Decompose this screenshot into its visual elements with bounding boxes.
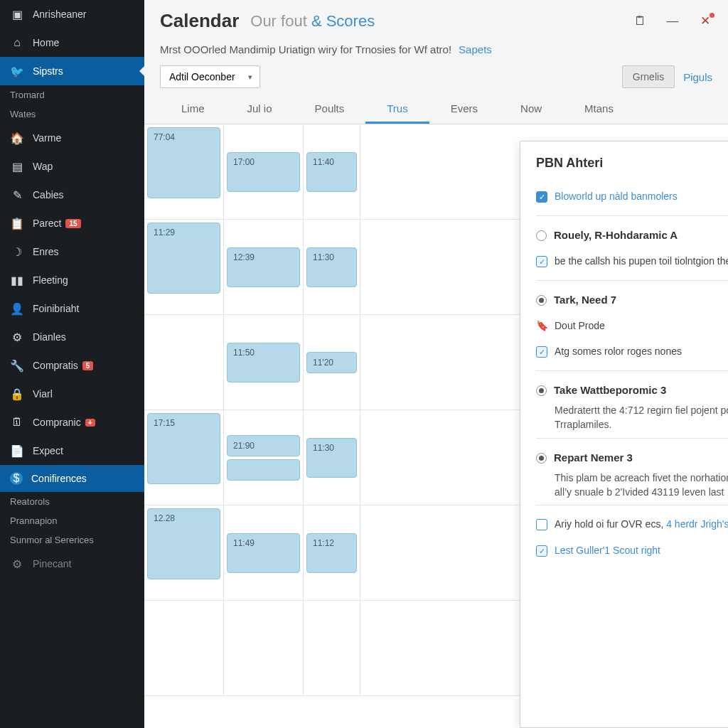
event[interactable]: 21:90 <box>227 435 300 456</box>
sidebar-item-expect[interactable]: 📄 Expect <box>0 437 144 465</box>
label: Compratis <box>33 360 78 371</box>
page-icon: 📄 <box>10 444 24 458</box>
piguls-link[interactable]: Piguls <box>683 71 712 83</box>
footer-check-2[interactable]: ✓ Lest Guller'1 Scout right <box>536 537 728 564</box>
section-2: Tark, Need 7 <box>536 287 728 313</box>
minimize-button[interactable]: — <box>665 14 680 28</box>
tabs: Lime Jul io Poults Trus Evers Now Mtans <box>144 95 728 124</box>
home-icon: ⌂ <box>10 36 24 50</box>
badge: 15 <box>65 219 80 228</box>
panel-link[interactable]: ✓ Bloworld up nàld banmolers <box>536 183 728 210</box>
section-3-body: Medratertt the 4:712 regirn fiel pojent … <box>536 403 728 432</box>
checkbox-icon[interactable]: ✓ <box>536 191 547 203</box>
section-2-item2: ✓ Atg somes rolor roges nones <box>536 338 728 365</box>
person-icon: 👤 <box>10 301 24 316</box>
sidebar-item-compratis[interactable]: 🔧 Compratis 5 <box>0 351 144 380</box>
label: Expect <box>33 445 63 456</box>
sidebar-item-fleeting[interactable]: ▮▮ Fleeting <box>0 266 144 294</box>
event[interactable]: 11:12 <box>306 533 357 573</box>
dollar-icon: $ <box>10 472 23 485</box>
checkbox-icon[interactable]: ✓ <box>536 346 547 358</box>
checkbox-icon[interactable]: ✓ <box>536 256 547 267</box>
sidebar-item-parect[interactable]: 📋 Parect 15 <box>0 209 144 237</box>
sidebar-item-varme[interactable]: 🏠 Varme <box>0 124 144 152</box>
sidebar-sub-tromard[interactable]: Tromard <box>0 85 144 105</box>
event[interactable]: 11:49 <box>227 533 300 573</box>
month-select[interactable]: Adtil Oeconber <box>160 65 260 88</box>
footer-link[interactable]: 4 herdr Jrigh's <box>666 518 728 530</box>
sidebar-item-conifirences[interactable]: $ Conifirences <box>0 465 144 492</box>
sidebar-item-viarl[interactable]: 🔒 Viarl <box>0 380 144 408</box>
checkbox-icon[interactable]: ✓ <box>536 545 547 557</box>
event[interactable]: 17:15 <box>147 413 220 484</box>
event[interactable]: 11:29 <box>147 223 220 294</box>
sidebar-sub-sunmor[interactable]: Sunmor al Sererices <box>0 530 144 550</box>
label: Fleeting <box>33 274 68 286</box>
event[interactable] <box>227 459 300 481</box>
page-title: Calendar <box>160 10 239 32</box>
sidebar-item-compranic[interactable]: 🗓 Compranic + <box>0 408 144 437</box>
event[interactable]: 11:40 <box>306 152 357 192</box>
sidebar-item-cabies[interactable]: ✎ Cabies <box>0 181 144 209</box>
radio-icon[interactable] <box>536 230 547 241</box>
event[interactable]: 17:00 <box>227 152 300 192</box>
label: Wap <box>33 161 53 172</box>
badge: 5 <box>82 361 94 370</box>
radio-icon[interactable] <box>536 453 547 464</box>
app-brand[interactable]: ▣ Anrisheaner <box>0 0 144 28</box>
sidebar-sub-reatorols[interactable]: Reatorols <box>0 492 144 511</box>
sidebar-item-sipstrs[interactable]: 🐦 Sipstrs <box>0 57 144 85</box>
close-button[interactable]: ✕ <box>698 14 712 28</box>
sidebar-item-home[interactable]: ⌂ Home <box>0 28 144 57</box>
radio-icon[interactable] <box>536 295 547 306</box>
gear-icon: ⚙ <box>10 330 24 344</box>
tab-poults[interactable]: Poults <box>294 95 366 124</box>
tab-lime[interactable]: Lime <box>160 95 226 124</box>
app-icon: ▣ <box>10 7 24 21</box>
checkbox-icon[interactable] <box>536 519 547 530</box>
section-1-body: ✓ be the callsh his pupen toil tiolntgio… <box>536 248 728 274</box>
event[interactable]: 12:39 <box>227 247 300 287</box>
subtitle-link[interactable]: Sapets <box>459 43 492 55</box>
label: Conifirences <box>31 473 87 484</box>
event[interactable]: 12.28 <box>147 508 220 579</box>
tab-now[interactable]: Now <box>499 95 563 124</box>
tab-julio[interactable]: Jul io <box>226 95 294 124</box>
sidebar-sub-prannapion[interactable]: Prannapion <box>0 511 144 530</box>
footer-check-1: Ariy hold oi fur OVR ecs, 4 herdr Jrigh'… <box>536 511 728 537</box>
label: Varme <box>33 132 61 144</box>
radio-icon[interactable] <box>536 385 547 396</box>
section-1: Rouely, R-Hohdaramic A <box>536 222 728 248</box>
sidebar-sub-wates[interactable]: Wates <box>0 105 144 124</box>
grnelis-button[interactable]: Grnelis <box>622 65 675 88</box>
event[interactable]: 11:30 <box>306 438 357 478</box>
subtitle: Mrst OOOrled Mandimip Uriatign wiry for … <box>160 43 451 55</box>
event[interactable]: 11:50 <box>227 343 300 382</box>
sidebar-item-wap[interactable]: ▤ Wap <box>0 152 144 181</box>
sidebar-item-enres[interactable]: ☽ Enres <box>0 237 144 266</box>
event[interactable]: 11'20 <box>306 352 357 373</box>
subheader: Mrst OOOrled Mandimip Uriatign wiry for … <box>144 39 728 65</box>
note-icon[interactable]: 🗒 <box>633 14 647 28</box>
label: Home <box>33 37 59 48</box>
event[interactable]: 11:30 <box>306 247 357 287</box>
lock-icon: 🔒 <box>10 387 24 401</box>
bird-icon: 🐦 <box>10 64 24 78</box>
wrench-icon: 🔧 <box>10 358 24 373</box>
doc-icon: ▤ <box>10 159 24 173</box>
label: Dianles <box>33 331 66 343</box>
sidebar-item-foinibriaht[interactable]: 👤 Foinibriaht <box>0 294 144 323</box>
sidebar-item-pinecant[interactable]: ⚙ Pinecant <box>0 550 144 578</box>
sidebar: ▣ Anrisheaner ⌂ Home 🐦 Sipstrs Tromard W… <box>0 0 144 728</box>
tab-trus[interactable]: Trus <box>365 95 429 124</box>
label: Compranic <box>33 417 81 428</box>
tab-mtans[interactable]: Mtans <box>563 95 635 124</box>
section-4: Repart Nemer 3 <box>536 444 728 471</box>
event[interactable]: 77:04 <box>147 127 220 198</box>
sidebar-item-dianles[interactable]: ⚙ Dianles <box>0 323 144 351</box>
topbar: Calendar Our fout & Scores 🗒 — ✕ <box>144 0 728 39</box>
tab-evers[interactable]: Evers <box>429 95 499 124</box>
clipboard-icon: 📋 <box>10 216 24 230</box>
section-4-body: This plam be acreach fivet the norhation… <box>536 471 728 500</box>
app-name: Anrisheaner <box>33 9 87 20</box>
